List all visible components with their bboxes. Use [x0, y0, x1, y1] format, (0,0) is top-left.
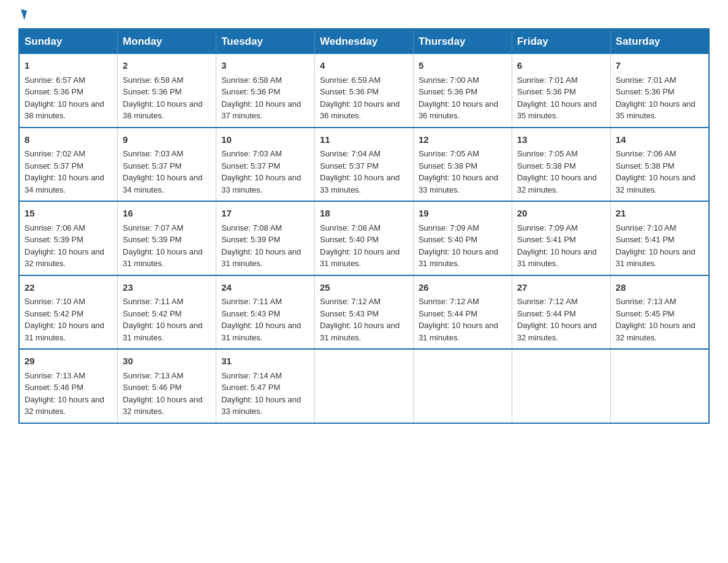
day-number: 8	[25, 133, 112, 147]
calendar-day-cell: 18Sunrise: 7:08 AMSunset: 5:40 PMDayligh…	[315, 201, 414, 275]
calendar-week-row: 29Sunrise: 7:13 AMSunset: 5:46 PMDayligh…	[19, 349, 709, 423]
calendar-day-cell: 1Sunrise: 6:57 AMSunset: 5:36 PMDaylight…	[19, 54, 118, 128]
day-sunrise: Sunrise: 7:10 AM	[25, 297, 85, 306]
day-number: 6	[517, 59, 605, 73]
calendar-week-row: 22Sunrise: 7:10 AMSunset: 5:42 PMDayligh…	[19, 275, 709, 350]
calendar-week-row: 15Sunrise: 7:06 AMSunset: 5:39 PMDayligh…	[19, 201, 709, 275]
day-sunset: Sunset: 5:36 PM	[320, 87, 379, 96]
day-sunrise: Sunrise: 7:08 AM	[221, 223, 282, 232]
day-sunset: Sunset: 5:45 PM	[616, 309, 675, 318]
day-number: 31	[221, 354, 309, 369]
day-sunrise: Sunrise: 7:05 AM	[419, 149, 479, 158]
day-sunset: Sunset: 5:36 PM	[25, 87, 83, 96]
day-daylight: Daylight: 10 hours and 31 minutes.	[419, 321, 498, 342]
day-daylight: Daylight: 10 hours and 33 minutes.	[419, 173, 498, 194]
day-daylight: Daylight: 10 hours and 35 minutes.	[517, 99, 597, 121]
day-sunrise: Sunrise: 6:59 AM	[320, 75, 381, 85]
day-daylight: Daylight: 10 hours and 31 minutes.	[616, 247, 696, 269]
calendar-day-cell: 9Sunrise: 7:03 AMSunset: 5:37 PMDaylight…	[118, 128, 216, 202]
day-sunrise: Sunrise: 7:12 AM	[517, 297, 578, 306]
calendar-day-cell: 28Sunrise: 7:13 AMSunset: 5:45 PMDayligh…	[610, 275, 709, 350]
day-sunrise: Sunrise: 7:00 AM	[419, 75, 479, 85]
day-daylight: Daylight: 10 hours and 33 minutes.	[320, 173, 400, 194]
day-daylight: Daylight: 10 hours and 38 minutes.	[25, 99, 104, 121]
calendar-day-cell: 8Sunrise: 7:02 AMSunset: 5:37 PMDaylight…	[19, 128, 118, 202]
day-number: 26	[419, 281, 507, 295]
day-sunrise: Sunrise: 7:06 AM	[25, 223, 85, 232]
day-daylight: Daylight: 10 hours and 31 minutes.	[320, 321, 400, 342]
day-number: 13	[517, 133, 605, 147]
day-sunrise: Sunrise: 7:10 AM	[616, 223, 677, 232]
day-daylight: Daylight: 10 hours and 37 minutes.	[221, 99, 301, 121]
day-number: 24	[221, 281, 309, 295]
calendar-day-cell: 3Sunrise: 6:58 AMSunset: 5:36 PMDaylight…	[216, 54, 315, 128]
weekday-header-tuesday: Tuesday	[216, 29, 315, 54]
day-sunset: Sunset: 5:43 PM	[221, 309, 280, 318]
calendar-day-cell: 30Sunrise: 7:13 AMSunset: 5:46 PMDayligh…	[118, 349, 216, 423]
calendar-day-cell: 23Sunrise: 7:11 AMSunset: 5:42 PMDayligh…	[118, 275, 216, 350]
day-sunset: Sunset: 5:37 PM	[221, 161, 280, 170]
page-header	[18, 12, 710, 22]
day-sunrise: Sunrise: 7:09 AM	[419, 223, 479, 232]
day-sunset: Sunset: 5:39 PM	[221, 235, 280, 244]
logo-triangle-icon	[18, 9, 27, 20]
day-number: 20	[517, 207, 605, 221]
calendar-day-cell: 22Sunrise: 7:10 AMSunset: 5:42 PMDayligh…	[19, 275, 118, 350]
calendar-week-row: 1Sunrise: 6:57 AMSunset: 5:36 PMDaylight…	[19, 54, 709, 128]
calendar-day-cell: 14Sunrise: 7:06 AMSunset: 5:38 PMDayligh…	[610, 128, 709, 202]
day-sunrise: Sunrise: 6:57 AM	[25, 75, 85, 85]
day-sunset: Sunset: 5:37 PM	[123, 161, 181, 170]
day-daylight: Daylight: 10 hours and 32 minutes.	[616, 173, 696, 194]
calendar-day-cell: 5Sunrise: 7:00 AMSunset: 5:36 PMDaylight…	[413, 54, 512, 128]
day-daylight: Daylight: 10 hours and 31 minutes.	[221, 247, 301, 269]
day-daylight: Daylight: 10 hours and 34 minutes.	[123, 173, 202, 194]
calendar-day-cell: 2Sunrise: 6:58 AMSunset: 5:36 PMDaylight…	[118, 54, 216, 128]
day-sunset: Sunset: 5:36 PM	[616, 87, 675, 96]
day-daylight: Daylight: 10 hours and 31 minutes.	[320, 247, 400, 269]
day-number: 25	[320, 281, 408, 295]
day-sunrise: Sunrise: 7:09 AM	[517, 223, 578, 232]
day-number: 12	[419, 133, 507, 147]
day-sunrise: Sunrise: 7:05 AM	[517, 149, 578, 158]
day-number: 17	[221, 207, 309, 221]
calendar-day-cell: 4Sunrise: 6:59 AMSunset: 5:36 PMDaylight…	[315, 54, 414, 128]
day-number: 21	[616, 207, 703, 221]
day-sunrise: Sunrise: 7:11 AM	[123, 297, 183, 306]
day-daylight: Daylight: 10 hours and 34 minutes.	[25, 173, 104, 194]
day-sunrise: Sunrise: 7:01 AM	[517, 75, 578, 85]
day-daylight: Daylight: 10 hours and 31 minutes.	[419, 247, 498, 269]
day-sunset: Sunset: 5:41 PM	[616, 235, 675, 244]
day-daylight: Daylight: 10 hours and 31 minutes.	[123, 321, 202, 342]
calendar-day-cell: 26Sunrise: 7:12 AMSunset: 5:44 PMDayligh…	[413, 275, 512, 350]
day-number: 14	[616, 133, 703, 147]
calendar-day-cell	[413, 349, 512, 423]
calendar-day-cell: 10Sunrise: 7:03 AMSunset: 5:37 PMDayligh…	[216, 128, 315, 202]
day-daylight: Daylight: 10 hours and 32 minutes.	[517, 321, 597, 342]
day-sunset: Sunset: 5:47 PM	[221, 383, 280, 392]
day-sunset: Sunset: 5:37 PM	[320, 161, 379, 170]
day-number: 2	[123, 59, 211, 73]
day-number: 28	[616, 281, 703, 295]
calendar-day-cell: 6Sunrise: 7:01 AMSunset: 5:36 PMDaylight…	[512, 54, 610, 128]
weekday-header-friday: Friday	[512, 29, 610, 54]
day-sunrise: Sunrise: 7:03 AM	[123, 149, 183, 158]
day-number: 10	[221, 133, 309, 147]
calendar-day-cell: 25Sunrise: 7:12 AMSunset: 5:43 PMDayligh…	[315, 275, 414, 350]
calendar-day-cell: 29Sunrise: 7:13 AMSunset: 5:46 PMDayligh…	[19, 349, 118, 423]
day-number: 22	[25, 281, 112, 295]
day-number: 27	[517, 281, 605, 295]
day-sunrise: Sunrise: 7:13 AM	[616, 297, 677, 306]
day-sunset: Sunset: 5:36 PM	[419, 87, 477, 96]
day-sunset: Sunset: 5:41 PM	[517, 235, 576, 244]
weekday-header-thursday: Thursday	[413, 29, 512, 54]
day-number: 11	[320, 133, 408, 147]
day-sunrise: Sunrise: 6:58 AM	[221, 75, 282, 85]
day-daylight: Daylight: 10 hours and 31 minutes.	[25, 321, 104, 342]
day-daylight: Daylight: 10 hours and 36 minutes.	[320, 99, 400, 121]
day-daylight: Daylight: 10 hours and 32 minutes.	[25, 395, 104, 416]
day-number: 18	[320, 207, 408, 221]
day-daylight: Daylight: 10 hours and 32 minutes.	[123, 395, 202, 416]
day-sunrise: Sunrise: 6:58 AM	[123, 75, 183, 85]
day-sunrise: Sunrise: 7:04 AM	[320, 149, 381, 158]
day-number: 7	[616, 59, 703, 73]
